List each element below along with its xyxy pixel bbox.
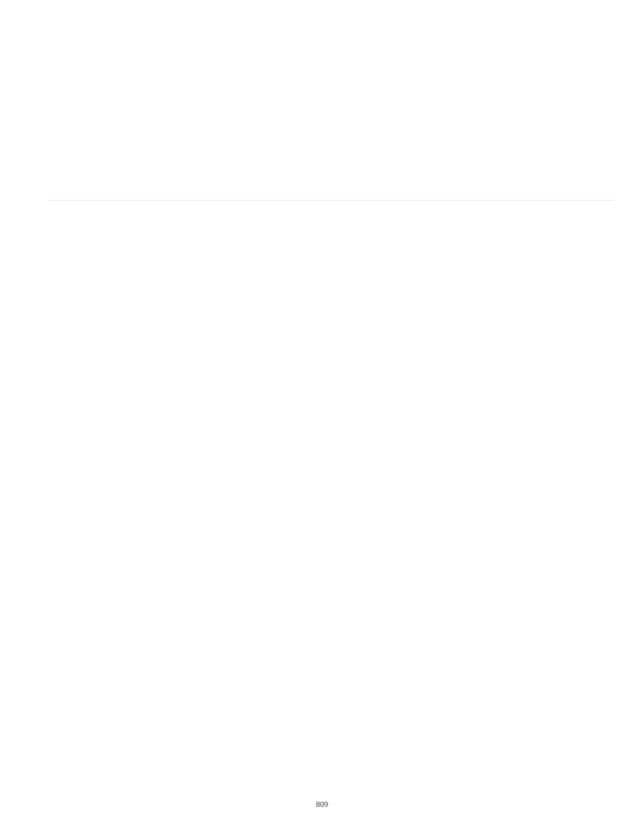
divider <box>49 200 614 201</box>
page-number: 809 <box>0 800 644 810</box>
